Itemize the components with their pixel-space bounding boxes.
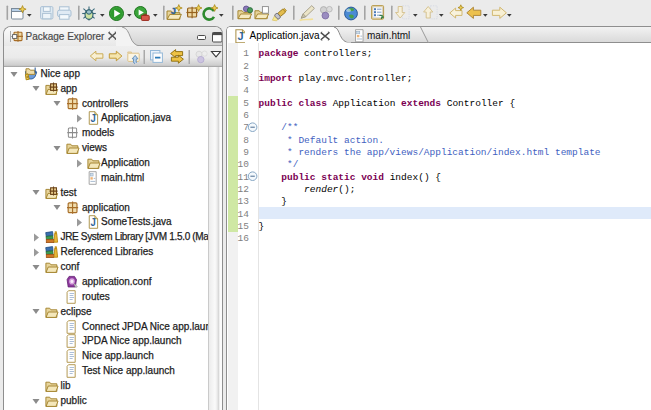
svg-text:J: J <box>171 5 176 16</box>
